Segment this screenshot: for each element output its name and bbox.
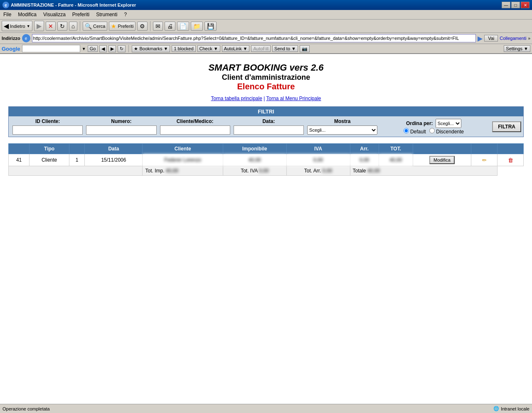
media-button[interactable]: ⚙ <box>137 22 148 31</box>
id-cliente-input[interactable] <box>12 125 83 135</box>
back-button[interactable]: ◀ Indietro ▼ <box>2 21 32 31</box>
refresh-page-btn[interactable]: ↻ <box>118 45 126 52</box>
back-label: Indietro <box>10 24 25 29</box>
globe-icon: 🌐 <box>493 406 499 409</box>
fwd-page-btn[interactable]: ▶ <box>108 45 116 52</box>
google-dropdown-icon[interactable]: ▼ <box>82 47 86 51</box>
row-id: 41 <box>9 154 30 166</box>
settings-button[interactable]: Settings ▼ <box>504 45 530 52</box>
numero-input[interactable] <box>86 125 156 135</box>
col-action1 <box>413 144 471 154</box>
autofill-button[interactable]: AutoFill <box>251 45 271 52</box>
data-input[interactable] <box>234 125 304 135</box>
menu-file[interactable]: File <box>2 11 13 18</box>
nav-tabella-link[interactable]: Torna tabella principale <box>211 96 262 101</box>
sendto-button[interactable]: Send to ▼ <box>272 45 298 52</box>
home-button[interactable]: ⌂ <box>69 22 77 31</box>
disk-button[interactable]: 💾 <box>204 22 217 31</box>
page-title-red: Elenco Fatture <box>8 82 524 91</box>
col-arr: Arr. <box>350 144 379 154</box>
edit-icon-button[interactable]: ✏ <box>480 156 488 164</box>
tot-imp-value: 40,00 <box>166 168 178 174</box>
go-button[interactable]: Vai <box>484 35 498 42</box>
filter-header: FILTRI <box>9 107 523 116</box>
blocked-button[interactable]: 1 blocked <box>172 45 195 52</box>
radio-default[interactable] <box>404 128 409 133</box>
page-title-sub: Client d'amministrazione <box>8 73 524 82</box>
filter-section: FILTRI ID Cliente: Numero: Cliente/Medic… <box>8 106 524 137</box>
links-label: Collegamenti <box>500 36 526 41</box>
row-delete-icon-cell: 🗑 <box>498 154 524 166</box>
mail-button[interactable]: ✉ <box>153 22 163 31</box>
maximize-button[interactable]: □ <box>511 2 520 8</box>
cliente-medico-label: Cliente/Medico: <box>177 118 214 124</box>
bookmarks-button[interactable]: ★ Bookmarks ▼ <box>132 45 170 52</box>
addressbar-input[interactable] <box>32 34 476 42</box>
mostra-label: Mostra <box>334 118 350 124</box>
statusbar-status: Operazione completata <box>2 406 50 409</box>
tot-imp-label: Tot. Imp. <box>145 168 164 174</box>
ie-window-icon: e <box>2 2 9 8</box>
menubar: File Modifica Visualizza Preferiti Strum… <box>0 10 532 20</box>
filtra-button[interactable]: FILTRA <box>492 121 521 132</box>
search-icon: 🔍 <box>85 23 92 30</box>
stop-button[interactable]: ✕ <box>46 22 56 31</box>
ordina-select[interactable]: Scegli... <box>436 119 461 128</box>
numero-label: Numero: <box>111 118 131 124</box>
addressbar-arrow: ▶ <box>478 34 483 42</box>
print2-button[interactable]: 📄 <box>177 22 189 31</box>
menu-help[interactable]: ? <box>123 11 129 18</box>
row-cliente: Federer Lorenzo <box>143 154 223 166</box>
row-modifica[interactable]: Modifica <box>413 154 471 166</box>
favorites-button[interactable]: ★ Preferiti <box>109 22 135 31</box>
menu-visualizza[interactable]: Visualizza <box>42 11 67 18</box>
data-label: Data: <box>262 118 275 124</box>
page-title-main: SMART BOOKING vers 2.6 <box>8 62 524 73</box>
addressbar-label: Indirizzo <box>2 36 20 41</box>
col-iva: IVA <box>286 144 350 154</box>
google-go-button[interactable]: Go <box>88 45 98 52</box>
tot-iva-label: Tot. IVA <box>241 168 257 174</box>
forward-button[interactable]: ▶ <box>34 21 44 31</box>
row-tipo: Cliente <box>30 154 69 166</box>
totals-row: Tot. Imp. 40,00 Tot. IVA 0,00 Tot. Arr. … <box>9 166 524 176</box>
minimize-button[interactable]: — <box>502 2 510 8</box>
check-button[interactable]: Check ▼ <box>197 45 220 52</box>
col-cliente: Cliente <box>143 144 223 154</box>
stop-icon: ✕ <box>48 23 53 30</box>
disk-icon: 💾 <box>207 23 214 30</box>
tot-arr-value: 0,00 <box>323 168 332 174</box>
google-search-input[interactable] <box>22 45 80 52</box>
nav-separator: | <box>264 96 265 101</box>
print-button[interactable]: 🖨 <box>165 22 175 31</box>
addressbar: Indirizzo e ▶ Vai Collegamenti » <box>0 33 532 44</box>
delete-icon-button[interactable]: 🗑 <box>506 156 515 164</box>
col-action2 <box>471 144 498 154</box>
camera-btn[interactable]: 📷 <box>300 45 310 52</box>
radio-default-label: Default <box>404 128 426 135</box>
home-icon: ⌂ <box>71 23 75 30</box>
close-button[interactable]: ✕ <box>521 2 530 8</box>
modifica-button[interactable]: Modifica <box>429 156 455 164</box>
totale-value: 40,00 <box>367 168 380 174</box>
back-page-btn[interactable]: ◀ <box>99 45 107 52</box>
autolink-button[interactable]: AutoLink ▼ <box>222 45 250 52</box>
mail-icon: ✉ <box>155 23 160 30</box>
cliente-medico-input[interactable] <box>160 125 230 135</box>
menu-modifica[interactable]: Modifica <box>16 11 38 18</box>
menu-preferiti[interactable]: Preferiti <box>71 11 91 18</box>
refresh-button[interactable]: ↻ <box>57 22 67 31</box>
totale-label: Totale <box>353 168 366 174</box>
favorites-label: Preferiti <box>118 24 133 29</box>
radio-discendente[interactable] <box>429 128 435 133</box>
search-button[interactable]: 🔍 Cerca <box>83 22 107 31</box>
back-dropdown-icon[interactable]: ▼ <box>27 24 30 28</box>
folder-button[interactable]: 📁 <box>191 22 203 31</box>
nav-menu-link[interactable]: Torna al Menu Principale <box>266 96 321 101</box>
refresh-icon: ↻ <box>60 23 65 30</box>
favorites-icon: ★ <box>111 23 116 30</box>
statusbar: Operazione completata 🌐 Intranet locale <box>0 404 532 409</box>
mostra-select[interactable]: Scegli... <box>307 125 377 135</box>
radio-discendente-label: Discendente <box>429 128 464 135</box>
menu-strumenti[interactable]: Strumenti <box>94 11 119 18</box>
